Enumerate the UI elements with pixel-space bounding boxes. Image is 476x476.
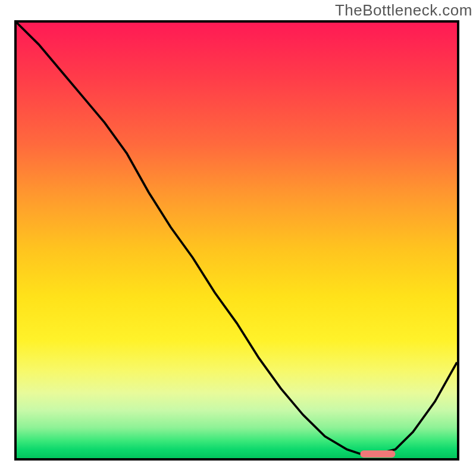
chart-frame: TheBottleneck.com — [0, 0, 476, 476]
plot-area — [14, 20, 459, 461]
plot-inner — [17, 23, 457, 458]
watermark: TheBottleneck.com — [335, 1, 472, 20]
optimal-range-marker — [360, 450, 395, 458]
bottleneck-curve — [17, 23, 457, 458]
